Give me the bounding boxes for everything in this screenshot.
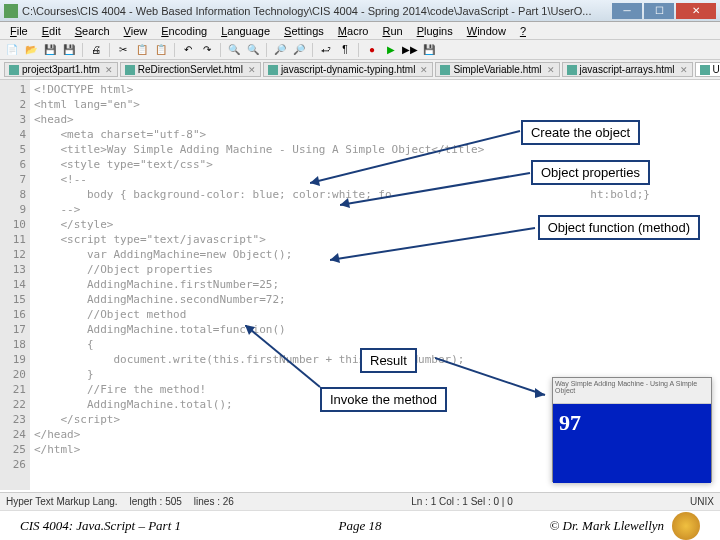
menu-edit[interactable]: Edit	[36, 25, 67, 37]
footer-center: Page 18	[247, 518, 474, 534]
svg-marker-3	[340, 198, 350, 208]
copy-icon[interactable]: 📋	[134, 42, 150, 58]
tab-javascript-arrays-html[interactable]: javascript-arrays.html✕	[562, 62, 693, 77]
menu-?[interactable]: ?	[514, 25, 532, 37]
preview-body: 97	[553, 404, 711, 483]
app-icon	[4, 4, 18, 18]
svg-marker-7	[535, 388, 545, 398]
toolbar: 📄 📂 💾 💾 🖨 ✂ 📋 📋 ↶ ↷ 🔍 🔍 🔎 🔎 ⮐ ¶ ● ▶ ▶▶ 💾	[0, 40, 720, 60]
separator	[266, 43, 267, 57]
status-lang: Hyper Text Markup Lang.	[6, 496, 118, 507]
file-icon	[9, 65, 19, 75]
find-icon[interactable]: 🔍	[226, 42, 242, 58]
tab-userobject-html[interactable]: UserObject.html✕	[695, 62, 720, 77]
wrap-icon[interactable]: ⮐	[318, 42, 334, 58]
minimize-button[interactable]: ─	[612, 3, 642, 19]
menu-macro[interactable]: Macro	[332, 25, 375, 37]
new-icon[interactable]: 📄	[4, 42, 20, 58]
separator	[82, 43, 83, 57]
separator	[312, 43, 313, 57]
file-icon	[440, 65, 450, 75]
footer-copyright: © Dr. Mark Llewellyn	[549, 518, 664, 534]
file-icon	[125, 65, 135, 75]
close-tab-icon[interactable]: ✕	[547, 65, 555, 75]
menu-encoding[interactable]: Encoding	[155, 25, 213, 37]
tab-project3part1-htm[interactable]: project3part1.htm✕	[4, 62, 118, 77]
svg-line-4	[330, 228, 535, 260]
tab-simplevariable-html[interactable]: SimpleVariable.html✕	[435, 62, 559, 77]
callout-props: Object properties	[531, 160, 650, 185]
status-length: length : 505	[130, 496, 182, 507]
slide-footer: CIS 4004: Java.Script – Part 1 Page 18 ©…	[0, 510, 720, 540]
titlebar: C:\Courses\CIS 4004 - Web Based Informat…	[0, 0, 720, 22]
svg-marker-1	[310, 176, 320, 186]
undo-icon[interactable]: ↶	[180, 42, 196, 58]
tab-label: javascript-arrays.html	[580, 64, 675, 75]
close-tab-icon[interactable]: ✕	[248, 65, 256, 75]
separator	[174, 43, 175, 57]
paste-icon[interactable]: 📋	[153, 42, 169, 58]
save-icon[interactable]: 💾	[42, 42, 58, 58]
svg-marker-5	[330, 253, 340, 263]
stop-icon[interactable]: ▶▶	[402, 42, 418, 58]
file-icon	[268, 65, 278, 75]
menu-window[interactable]: Window	[461, 25, 512, 37]
chars-icon[interactable]: ¶	[337, 42, 353, 58]
saveall-icon[interactable]: 💾	[61, 42, 77, 58]
window-title: C:\Courses\CIS 4004 - Web Based Informat…	[22, 5, 612, 17]
print-icon[interactable]: 🖨	[88, 42, 104, 58]
menu-view[interactable]: View	[118, 25, 154, 37]
replace-icon[interactable]: 🔍	[245, 42, 261, 58]
close-button[interactable]: ✕	[676, 3, 716, 19]
separator	[109, 43, 110, 57]
redo-icon[interactable]: ↷	[199, 42, 215, 58]
menu-file[interactable]: File	[4, 25, 34, 37]
arrow-result	[435, 350, 550, 400]
tab-redirectionservlet-html[interactable]: ReDirectionServlet.html✕	[120, 62, 261, 77]
file-icon	[567, 65, 577, 75]
play-icon[interactable]: ▶	[383, 42, 399, 58]
menu-plugins[interactable]: Plugins	[411, 25, 459, 37]
callout-method: Object function (method)	[538, 215, 700, 240]
zoom-in-icon[interactable]: 🔎	[272, 42, 288, 58]
zoom-out-icon[interactable]: 🔎	[291, 42, 307, 58]
close-tab-icon[interactable]: ✕	[420, 65, 428, 75]
callout-invoke: Invoke the method	[320, 387, 447, 412]
status-lines: lines : 26	[194, 496, 234, 507]
ucf-logo-icon	[672, 512, 700, 540]
svg-line-2	[340, 173, 530, 205]
save-macro-icon[interactable]: 💾	[421, 42, 437, 58]
record-icon[interactable]: ●	[364, 42, 380, 58]
footer-right: © Dr. Mark Llewellyn	[473, 512, 700, 540]
cut-icon[interactable]: ✂	[115, 42, 131, 58]
menu-language[interactable]: Language	[215, 25, 276, 37]
callout-result: Result	[360, 348, 417, 373]
close-tab-icon[interactable]: ✕	[105, 65, 113, 75]
arrow-invoke	[245, 325, 325, 390]
window-buttons: ─ ☐ ✕	[612, 3, 716, 19]
status-enc: UNIX	[690, 496, 714, 507]
maximize-button[interactable]: ☐	[644, 3, 674, 19]
preview-titlebar: Way Simple Adding Machine - Using A Simp…	[553, 378, 711, 404]
close-tab-icon[interactable]: ✕	[680, 65, 688, 75]
separator	[220, 43, 221, 57]
tab-label: UserObject.html	[713, 64, 720, 75]
file-icon	[700, 65, 710, 75]
tab-javascript-dynamic-typing-html[interactable]: javascript-dynamic-typing.html✕	[263, 62, 434, 77]
svg-line-8	[245, 325, 320, 387]
svg-marker-9	[245, 325, 255, 335]
tab-label: javascript-dynamic-typing.html	[281, 64, 416, 75]
separator	[358, 43, 359, 57]
arrow-props	[340, 170, 535, 210]
status-pos: Ln : 1 Col : 1 Sel : 0 | 0	[411, 496, 513, 507]
menu-settings[interactable]: Settings	[278, 25, 330, 37]
svg-line-6	[435, 358, 545, 395]
browser-preview: Way Simple Adding Machine - Using A Simp…	[552, 377, 712, 482]
menu-search[interactable]: Search	[69, 25, 116, 37]
footer-left: CIS 4004: Java.Script – Part 1	[20, 518, 247, 534]
menu-run[interactable]: Run	[376, 25, 408, 37]
tab-label: project3part1.htm	[22, 64, 100, 75]
line-gutter: 1 2 3 4 5 6 7 8 9 10 11 12 13 14 15 16 1…	[0, 80, 30, 490]
menubar: FileEditSearchViewEncodingLanguageSettin…	[0, 22, 720, 40]
open-icon[interactable]: 📂	[23, 42, 39, 58]
